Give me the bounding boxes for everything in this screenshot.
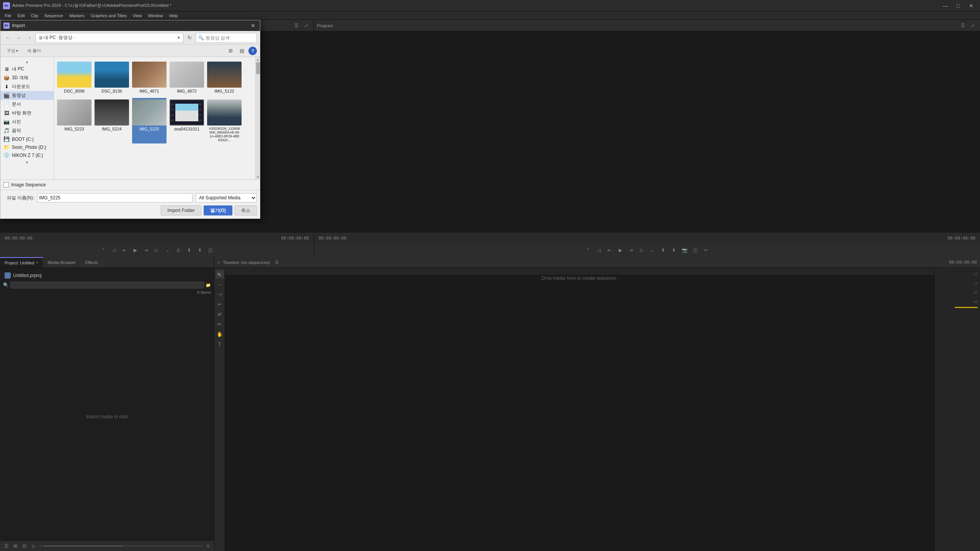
breadcrumb-videos[interactable]: 동영상 — [59, 34, 72, 41]
nav-forward-btn[interactable]: → — [14, 33, 23, 42]
sidebar-scroll-up[interactable]: ▲ — [0, 59, 54, 65]
sidebar-item-documents[interactable]: 📄 문서 — [0, 100, 54, 109]
menu-window[interactable]: Window — [145, 13, 166, 19]
menu-help[interactable]: Help — [166, 13, 181, 19]
file-name-img4872: IMG_4872 — [177, 89, 196, 93]
menu-graphics[interactable]: Graphics and Titles — [88, 13, 130, 19]
new-folder-btn[interactable]: 새 폴더 — [24, 46, 44, 55]
film-strip — [170, 100, 203, 125]
file-thumb-sea04131011 — [170, 99, 204, 126]
film-hole-7 — [199, 114, 201, 116]
dialog-title-text: Import — [12, 23, 249, 28]
menu-edit[interactable]: Edit — [15, 13, 28, 19]
film-hole-3 — [172, 114, 174, 116]
sidebar-soon-photo-icon: 📁 — [3, 144, 10, 150]
menu-sequence[interactable]: Sequence — [41, 13, 67, 19]
film-hole-1 — [172, 103, 174, 106]
file-scroll-down-arrow[interactable]: ▼ — [255, 174, 260, 179]
sidebar-item-boot-c[interactable]: 💾 BOOT (C:) — [0, 135, 54, 143]
open-btn[interactable]: 열기(O) — [204, 205, 232, 215]
sidebar-item-pc[interactable]: 🖥 내 PC — [0, 65, 54, 73]
sidebar-music-label: 음악 — [12, 127, 21, 134]
file-item-sea04131011[interactable]: sea04131011 — [170, 98, 204, 143]
menu-bar: File Edit Clip Sequence Markers Graphics… — [0, 11, 980, 20]
app-logo: Pr — [3, 2, 10, 9]
file-name-img5225: IMG_5225 — [139, 127, 159, 131]
file-name-img5122: IMG_5122 — [214, 89, 234, 93]
sidebar-scroll-down[interactable]: ▼ — [0, 159, 54, 165]
sidebar-downloads-label: 다운로드 — [12, 83, 30, 90]
menu-file[interactable]: File — [2, 13, 15, 19]
file-name-img4871: IMG_4871 — [139, 89, 159, 93]
film-hole-2 — [172, 109, 174, 111]
file-name-img5224: IMG_5224 — [102, 127, 121, 131]
file-item-img4871[interactable]: IMG_4871 — [132, 60, 167, 95]
sidebar-pc-icon: 🖥 — [3, 66, 10, 72]
dialog-file-area: DSC_8096 DSC_8136 IMG_4871 — [54, 57, 260, 147]
nav-up-btn[interactable]: ↑ — [25, 33, 34, 42]
image-seq-row: Image Sequence — [0, 179, 260, 190]
compose-label: 구성 — [7, 48, 15, 54]
sidebar-desktop-icon: 🖼 — [3, 110, 10, 116]
file-area-wrapper: DSC_8096 DSC_8136 IMG_4871 — [54, 57, 260, 179]
file-name-dsc8136: DSC_8136 — [101, 89, 122, 93]
sidebar-item-music[interactable]: 🎵 음악 — [0, 126, 54, 135]
dialog-bottom: 파일 이름(N): All Supported Media Import Fol… — [0, 190, 260, 218]
breadcrumb-bar: 🖥 내 PC › 동영상 › ▼ — [36, 33, 183, 43]
details-view-btn[interactable]: ▤ — [237, 46, 247, 55]
file-item-img5225[interactable]: IMG_5225 — [132, 98, 167, 143]
file-thumb-img5223 — [57, 99, 91, 126]
large-icons-view-btn[interactable]: ⊞ — [225, 46, 235, 55]
file-name-sea04131011: sea04131011 — [174, 127, 200, 131]
close-button[interactable]: ✕ — [965, 2, 977, 10]
search-input[interactable] — [206, 35, 252, 41]
file-vscrollbar-track[interactable] — [255, 57, 260, 179]
file-item-img5223[interactable]: IMG_5223 — [57, 98, 91, 143]
sidebar-videos-label: 동영상 — [12, 92, 26, 99]
file-item-img5224[interactable]: IMG_5224 — [95, 98, 129, 143]
sidebar-item-videos[interactable]: 🎬 동영상 — [0, 91, 54, 100]
file-thumb-img5225 — [132, 99, 167, 126]
search-box: 🔍 — [196, 33, 257, 43]
compose-btn[interactable]: 구성 ▼ — [3, 46, 22, 55]
maximize-button[interactable]: □ — [952, 2, 964, 10]
file-name-dsc8096: DSC_8096 — [64, 89, 85, 93]
file-item-img5122[interactable]: IMG_5122 — [207, 60, 242, 95]
sidebar-3d-icon: 📦 — [3, 75, 10, 81]
help-btn[interactable]: ? — [248, 47, 257, 55]
film-hole-8 — [199, 119, 201, 122]
image-seq-checkbox[interactable] — [3, 182, 9, 187]
minimize-button[interactable]: — — [939, 2, 951, 10]
breadcrumb-pc[interactable]: 내 PC — [44, 34, 56, 41]
import-dialog: Pr Import ✕ ← → ↑ 🖥 내 PC › 동영상 › ▼ ↻ 🔍 — [0, 20, 260, 219]
filetype-select[interactable]: All Supported Media — [196, 193, 257, 202]
nav-back-btn[interactable]: ← — [3, 33, 13, 42]
menu-clip[interactable]: Clip — [28, 13, 41, 19]
dialog-close-btn[interactable]: ✕ — [249, 22, 257, 29]
file-item-dsc8136[interactable]: DSC_8136 — [95, 60, 129, 95]
sidebar-item-photos[interactable]: 📷 사진 — [0, 117, 54, 126]
pc-icon: 🖥 — [38, 35, 43, 41]
file-item-dsc8096[interactable]: DSC_8096 — [57, 60, 91, 95]
title-bar-text: Adobe Premiere Pro 2024 - C:\사용자\Father\… — [12, 3, 939, 8]
import-folder-btn[interactable]: Import Folder — [161, 205, 201, 215]
sidebar-item-3d[interactable]: 📦 3D 개체 — [0, 73, 54, 82]
file-item-v20230126[interactable]: V20230126_112659000_89D00AAE-061A-48E2-8… — [207, 98, 242, 143]
sidebar-documents-label: 문서 — [12, 101, 21, 108]
sidebar-item-downloads[interactable]: ⬇ 다운로드 — [0, 82, 54, 91]
filename-input[interactable] — [37, 193, 193, 202]
dialog-toolbar: 구성 ▼ 새 폴더 ⊞ ▤ ? — [0, 45, 260, 57]
breadcrumb-dropdown-btn[interactable]: ▼ — [177, 36, 181, 40]
cancel-btn[interactable]: 취소 — [235, 205, 257, 215]
file-scroll-up-arrow[interactable]: ▲ — [255, 57, 260, 62]
menu-view[interactable]: View — [130, 13, 145, 19]
file-item-img4872[interactable]: IMG_4872 — [170, 60, 204, 95]
sidebar-pc-label: 내 PC — [12, 66, 24, 72]
dialog-overlay: Pr Import ✕ ← → ↑ 🖥 내 PC › 동영상 › ▼ ↻ 🔍 — [0, 20, 980, 551]
menu-markers[interactable]: Markers — [66, 13, 88, 19]
refresh-btn[interactable]: ↻ — [185, 33, 194, 42]
sidebar-item-nikon-e[interactable]: 💿 NIKON Z 7 (E:) — [0, 151, 54, 159]
sidebar-item-desktop[interactable]: 🖼 바탕 화면 — [0, 109, 54, 117]
sidebar-item-soon-photo-d[interactable]: 📁 Soon_Photo (D:) — [0, 143, 54, 151]
file-thumb-v20230126 — [207, 99, 242, 126]
